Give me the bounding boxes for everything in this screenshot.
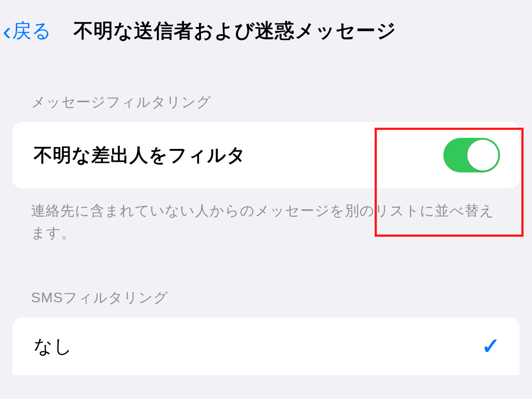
- back-button[interactable]: ‹ 戻る: [3, 18, 51, 44]
- page-title: 不明な送信者および迷惑メッセージ: [74, 18, 396, 44]
- section-header-sms-filtering: SMSフィルタリング: [0, 288, 532, 308]
- section-header-message-filtering: メッセージフィルタリング: [0, 93, 532, 112]
- back-label: 戻る: [12, 18, 51, 44]
- toggle-knob: [467, 140, 498, 171]
- row-label: 不明な差出人をフィルタ: [34, 143, 246, 168]
- row-filter-unknown-senders[interactable]: 不明な差出人をフィルタ: [12, 122, 520, 188]
- checkmark-icon: ✓: [481, 333, 500, 359]
- row-group-filter: 不明な差出人をフィルタ: [12, 122, 520, 188]
- section-footer-note: 連絡先に含まれていない人からのメッセージを別のリストに並べ替えます。: [0, 188, 532, 244]
- row-label: なし: [34, 334, 73, 359]
- row-sms-none[interactable]: なし ✓: [12, 317, 520, 375]
- chevron-left-icon: ‹: [3, 18, 11, 44]
- toggle-filter-unknown-senders[interactable]: [443, 138, 500, 172]
- row-group-sms: なし ✓: [12, 317, 520, 375]
- nav-bar: ‹ 戻る 不明な送信者および迷惑メッセージ: [0, 0, 532, 44]
